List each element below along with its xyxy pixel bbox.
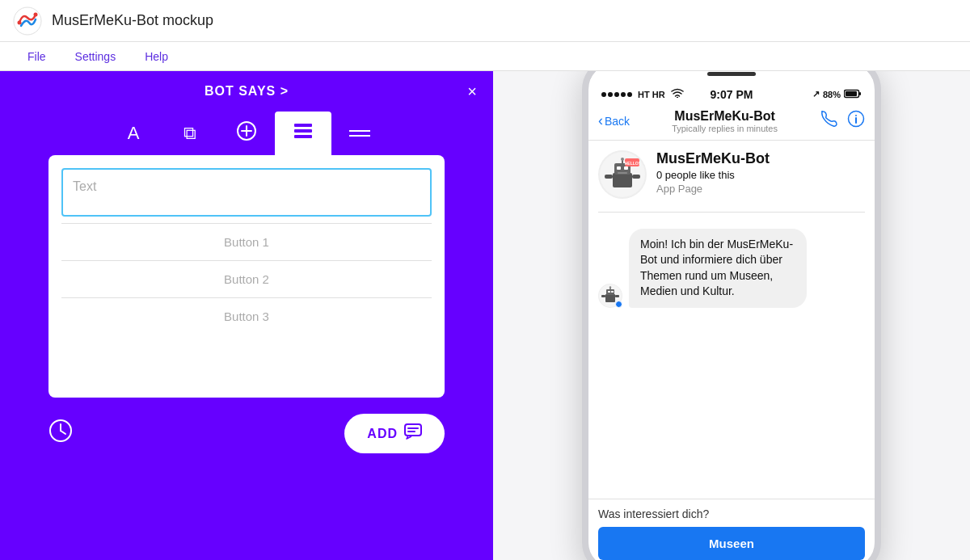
bot-profile-card: HELLO! MusErMeKu-Bot 0 people like this … — [598, 150, 865, 213]
tool-list[interactable] — [275, 112, 331, 155]
menu-file[interactable]: File — [13, 50, 61, 63]
signal-dot-4 — [621, 92, 626, 97]
chat-area[interactable]: HELLO! MusErMeKu-Bot 0 people like this … — [588, 141, 875, 499]
bot-says-title: BOT SAYS > — [205, 84, 289, 99]
text-icon: A — [128, 123, 140, 144]
button-item-3[interactable]: Button 3 — [61, 297, 432, 335]
bot-profile-info: MusErMeKu-Bot 0 people like this App Pag… — [656, 150, 770, 195]
app-logo — [13, 6, 42, 36]
signal-dot-2 — [608, 92, 613, 97]
svg-rect-7 — [294, 129, 312, 133]
app-title: MusErMeKu-Bot mockup — [52, 12, 213, 29]
svg-rect-28 — [624, 166, 628, 170]
svg-rect-39 — [608, 291, 610, 293]
bot-says-header: BOT SAYS > × — [0, 71, 493, 112]
svg-text:HELLO!: HELLO! — [625, 161, 640, 166]
svg-rect-27 — [617, 166, 621, 170]
text-placeholder: Text — [73, 179, 96, 193]
svg-point-42 — [609, 286, 611, 288]
toolbar: A ⧉ — [0, 112, 493, 155]
messenger-header: ‹ Back MusErMeKu-Bot Typically replies i… — [588, 104, 875, 141]
bot-profile-type: App Page — [656, 183, 770, 195]
tool-photo[interactable] — [218, 112, 275, 155]
svg-rect-19 — [846, 91, 857, 96]
battery-percent: 88% — [823, 90, 841, 99]
bot-profile-likes: 0 people like this — [656, 169, 770, 181]
svg-rect-37 — [605, 294, 615, 302]
text-input-area[interactable]: Text — [61, 168, 432, 217]
photo-icon — [236, 120, 257, 146]
messenger-bot-info: MusErMeKu-Bot Typically replies in minut… — [630, 109, 820, 133]
chat-bubble: Moin! Ich bin der MusErMeKu-Bot und info… — [629, 229, 807, 308]
divider-icon — [348, 123, 372, 144]
svg-point-2 — [34, 12, 38, 16]
svg-rect-20 — [859, 92, 861, 95]
phone-top — [588, 71, 875, 82]
svg-rect-43 — [601, 295, 605, 297]
bot-profile-name: MusErMeKu-Bot — [656, 150, 770, 167]
status-left: HT HR — [601, 88, 684, 100]
bot-avatar: HELLO! — [598, 150, 647, 199]
status-bar: HT HR 9:07 PM ↗ 88% — [588, 82, 875, 104]
location-icon: ↗ — [812, 89, 820, 99]
tool-gallery[interactable]: ⧉ — [162, 112, 218, 155]
button-item-1[interactable]: Button 1 — [61, 223, 432, 260]
phone-speaker — [707, 72, 756, 76]
svg-rect-8 — [294, 135, 312, 138]
title-bar: MusErMeKu-Bot mockup — [0, 0, 970, 42]
quick-reply-area: Was interessiert dich? Museen — [588, 499, 875, 561]
add-button[interactable]: ADD — [344, 414, 445, 453]
svg-line-13 — [61, 431, 65, 434]
svg-point-23 — [855, 115, 857, 116]
editor-card: Text Button 1 Button 2 Button 3 — [48, 155, 445, 398]
right-panel: HT HR 9:07 PM ↗ 88% — [493, 71, 970, 560]
menu-bar: File Settings Help — [0, 42, 970, 71]
back-button[interactable]: ‹ Back — [598, 112, 630, 129]
svg-rect-44 — [615, 295, 619, 297]
svg-rect-32 — [605, 175, 613, 179]
left-panel: BOT SAYS > × A ⧉ — [0, 71, 493, 560]
clock-icon[interactable] — [48, 419, 73, 448]
phone-frame: HT HR 9:07 PM ↗ 88% — [582, 71, 881, 560]
phone-call-icon[interactable] — [820, 110, 837, 133]
battery-icon — [844, 88, 862, 101]
museen-button[interactable]: Museen — [598, 527, 865, 560]
status-right: ↗ 88% — [812, 88, 862, 101]
status-time: 9:07 PM — [711, 88, 753, 101]
back-label: Back — [605, 115, 630, 128]
gallery-icon: ⧉ — [183, 123, 196, 144]
svg-rect-25 — [613, 173, 632, 187]
menu-settings[interactable]: Settings — [61, 50, 131, 63]
main-content: BOT SAYS > × A ⧉ — [0, 71, 970, 560]
messenger-bot-name: MusErMeKu-Bot — [630, 109, 820, 124]
wifi-icon — [671, 88, 684, 100]
svg-point-17 — [676, 97, 677, 98]
list-icon — [293, 122, 314, 145]
svg-rect-40 — [611, 291, 614, 293]
svg-rect-33 — [632, 175, 640, 179]
chat-message-row: Moin! Ich bin der MusErMeKu-Bot und info… — [598, 229, 865, 308]
add-button-label: ADD — [367, 427, 398, 441]
signal-dot-5 — [627, 92, 632, 97]
chat-icon — [404, 423, 422, 444]
info-icon[interactable] — [847, 110, 865, 133]
tool-divider[interactable] — [331, 112, 388, 155]
signal-dots — [601, 92, 632, 97]
close-button[interactable]: × — [467, 83, 477, 99]
svg-rect-6 — [294, 124, 312, 127]
signal-dot-1 — [601, 92, 606, 97]
online-indicator — [615, 301, 622, 308]
svg-point-1 — [18, 20, 22, 24]
carrier-text: HT HR — [638, 90, 665, 99]
header-icons — [820, 110, 865, 133]
svg-rect-14 — [405, 424, 421, 436]
tool-text[interactable]: A — [105, 112, 162, 155]
menu-help[interactable]: Help — [130, 50, 183, 63]
svg-rect-29 — [618, 172, 627, 174]
back-chevron-icon: ‹ — [598, 112, 603, 129]
signal-dot-3 — [614, 92, 619, 97]
editor-bottom: ADD — [0, 398, 493, 473]
chat-avatar-small — [598, 284, 622, 308]
messenger-bot-status: Typically replies in minutes — [630, 124, 820, 133]
button-item-2[interactable]: Button 2 — [61, 260, 432, 297]
